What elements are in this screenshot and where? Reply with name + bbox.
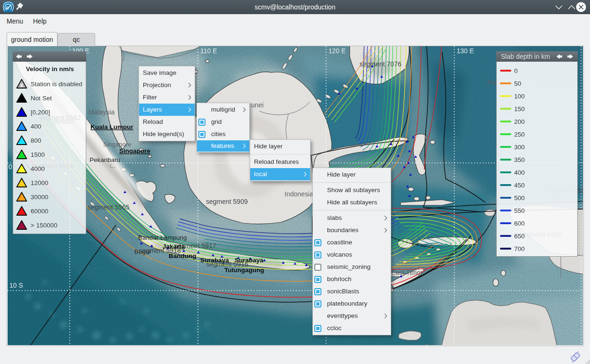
svg-text:East Timor: East Timor (391, 269, 423, 276)
svg-text:Singapore: Singapore (119, 147, 151, 154)
svg-text:segment 5909: segment 5909 (206, 198, 248, 205)
svg-text:10 S: 10 S (9, 282, 23, 289)
svg-text:Surabaya: Surabaya (200, 257, 229, 264)
svg-text:Surabaya: Surabaya (235, 257, 263, 264)
svg-text:x: x (20, 82, 24, 89)
svg-text:0: 0 (8, 163, 12, 170)
svg-text:segment 7076: segment 7076 (360, 60, 402, 68)
svg-text:130 E: 130 E (457, 47, 474, 55)
svg-text:Bandar Lampung: Bandar Lampung (138, 234, 187, 241)
svg-text:110 E: 110 E (200, 47, 217, 55)
svg-text:Pekanbaru: Pekanbaru (90, 156, 120, 163)
svg-text:Singapore: Singapore (103, 141, 131, 148)
svg-text:Bogor: Bogor (134, 248, 152, 255)
svg-text:Kuala Lumpur: Kuala Lumpur (90, 123, 134, 130)
svg-text:Malaysia: Malaysia (89, 108, 115, 116)
svg-text:Indonesia: Indonesia (285, 190, 313, 198)
svg-text:segment 5565: segment 5565 (88, 203, 130, 211)
svg-text:120 E: 120 E (328, 47, 346, 55)
svg-text:Tulungagung: Tulungagung (224, 267, 264, 274)
svg-text:Jakarta: Jakarta (163, 243, 185, 250)
svg-text:Bandung: Bandung (169, 252, 197, 259)
